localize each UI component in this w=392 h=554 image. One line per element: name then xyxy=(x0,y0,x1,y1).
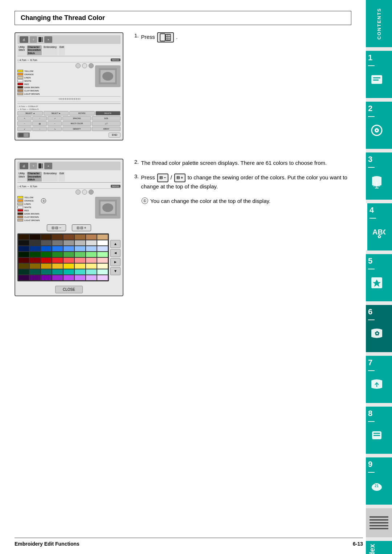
sidebar-tab-1[interactable]: 1 — xyxy=(366,51,392,98)
color-cell[interactable] xyxy=(86,252,97,257)
btn-triangle[interactable]: △▽ xyxy=(92,121,121,126)
btn-delete[interactable]: DELETE xyxy=(95,111,121,115)
color-cell[interactable] xyxy=(86,246,97,251)
color-cell[interactable] xyxy=(75,275,85,280)
color-cell[interactable] xyxy=(30,269,40,274)
color-cell[interactable] xyxy=(86,269,97,274)
color-cell[interactable] xyxy=(64,240,74,245)
color-cell[interactable] xyxy=(52,258,63,263)
btn-close[interactable]: CLOSE xyxy=(55,286,83,293)
color-cell[interactable] xyxy=(41,264,52,269)
btn-size[interactable]: SIZE xyxy=(92,116,121,121)
color-cell[interactable] xyxy=(75,235,85,240)
color-cell[interactable] xyxy=(64,246,74,251)
btn-order-plus[interactable]: ⊟ + xyxy=(174,174,185,182)
color-cell[interactable] xyxy=(19,252,29,257)
btn-spacing[interactable]: SPACING xyxy=(62,116,91,121)
color-cell[interactable] xyxy=(75,252,85,257)
circle2-ctrl-3[interactable] xyxy=(89,190,94,195)
btn-order-minus[interactable]: ⊟ − xyxy=(157,174,168,182)
color-cell[interactable] xyxy=(64,269,74,274)
color-cell[interactable] xyxy=(97,269,108,274)
color-cell[interactable] xyxy=(41,252,52,257)
sidebar-tab-6[interactable]: 6 — ✿ xyxy=(366,305,392,352)
step-1-button[interactable] xyxy=(157,32,174,42)
sidebar-tab-3[interactable]: 3 — xyxy=(366,152,392,200)
color-cell[interactable] xyxy=(52,235,63,240)
color-cell[interactable] xyxy=(64,275,74,280)
color-cell[interactable] xyxy=(41,246,52,251)
color-cell[interactable] xyxy=(52,275,63,280)
image-btn-1[interactable]: IMAGE xyxy=(111,58,121,61)
btn-nav-downright[interactable]: ↘ xyxy=(48,127,62,131)
color-cell[interactable] xyxy=(30,264,40,269)
color-cell[interactable] xyxy=(41,235,52,240)
btn-arrow-left[interactable]: ◄ xyxy=(110,249,121,257)
color-cell[interactable] xyxy=(97,240,108,245)
color-cell[interactable] xyxy=(75,264,85,269)
color-cell[interactable] xyxy=(19,258,29,263)
btn-nav-downleft[interactable]: ↙ xyxy=(17,127,32,131)
color-cell[interactable] xyxy=(97,246,108,251)
color-cell[interactable] xyxy=(52,264,63,269)
btn-arrow-right[interactable]: ► xyxy=(110,258,121,266)
color-cell[interactable] xyxy=(64,252,74,257)
btn-array[interactable]: ARRAY xyxy=(92,127,121,131)
sidebar-tab-2[interactable]: 2 — xyxy=(366,102,392,149)
color-cell[interactable] xyxy=(97,264,108,269)
color-cell[interactable] xyxy=(86,240,97,245)
color-cell[interactable] xyxy=(30,252,40,257)
color-cell[interactable] xyxy=(30,246,40,251)
sidebar-tab-index[interactable]: Index xyxy=(366,541,392,554)
circle2-ctrl-2[interactable] xyxy=(82,190,87,195)
btn-multicolor[interactable]: MULTI COLOR xyxy=(62,121,91,126)
color-cell[interactable] xyxy=(75,269,85,274)
circle-ctrl-3[interactable] xyxy=(89,63,94,68)
btn-nav-center[interactable]: ⊞ xyxy=(32,121,46,126)
color-cell[interactable] xyxy=(52,246,63,251)
color-cell[interactable] xyxy=(75,240,85,245)
color-cell[interactable] xyxy=(97,275,108,280)
color-cell[interactable] xyxy=(19,235,29,240)
sidebar-tab-doc[interactable] xyxy=(366,508,392,537)
color-cell[interactable] xyxy=(30,275,40,280)
btn-plus[interactable]: ⊟ ⊟ + xyxy=(72,224,91,231)
color-cell[interactable] xyxy=(64,264,74,269)
color-cell[interactable] xyxy=(19,264,29,269)
color-cell[interactable] xyxy=(64,235,74,240)
btn-select-left[interactable]: SELECT ◄ xyxy=(17,111,43,115)
color-cell[interactable] xyxy=(30,235,40,240)
btn-minus[interactable]: ⊟ ⊟ − xyxy=(47,224,66,231)
color-cell[interactable] xyxy=(41,240,52,245)
btn-nav-left[interactable]: ← xyxy=(17,121,32,126)
color-cell[interactable] xyxy=(97,258,108,263)
color-cell[interactable] xyxy=(52,269,63,274)
color-cell[interactable] xyxy=(41,258,52,263)
btn-nav-down[interactable]: ↓ xyxy=(32,127,46,131)
sidebar-tab-4[interactable]: 4 — ABC ✿ xyxy=(366,203,392,250)
sidebar-tab-5[interactable]: 5 — xyxy=(366,254,392,301)
btn-nav-upleft[interactable]: ↖ xyxy=(17,116,32,121)
color-cell[interactable] xyxy=(30,258,40,263)
color-cell[interactable] xyxy=(97,252,108,257)
sidebar-tab-contents[interactable]: CONTENTS xyxy=(366,0,392,47)
btn-arrow-up[interactable]: ▲ xyxy=(110,240,121,248)
btn-nav-upright[interactable]: ↗ xyxy=(48,116,62,121)
sidebar-tab-7[interactable]: 7 — xyxy=(366,356,392,403)
color-cell[interactable] xyxy=(97,235,108,240)
color-cell[interactable] xyxy=(75,258,85,263)
color-cell[interactable] xyxy=(30,240,40,245)
circle-ctrl-1[interactable] xyxy=(75,63,81,68)
color-cell[interactable] xyxy=(86,275,97,280)
sidebar-tab-9[interactable]: 9 — 21 xyxy=(366,457,392,505)
color-cell[interactable] xyxy=(52,240,63,245)
color-cell[interactable] xyxy=(64,258,74,263)
btn-end[interactable]: END xyxy=(109,133,121,138)
btn-arrow-down[interactable]: ▼ xyxy=(110,267,121,275)
color-cell[interactable] xyxy=(86,258,97,263)
image-btn-2[interactable]: IMAGE xyxy=(111,185,121,188)
color-cell[interactable] xyxy=(19,240,29,245)
thread-icon-btn[interactable] xyxy=(17,133,30,138)
sidebar-tab-8[interactable]: 8 — xyxy=(366,407,392,454)
btn-nav-up[interactable]: ↑ xyxy=(32,116,46,121)
